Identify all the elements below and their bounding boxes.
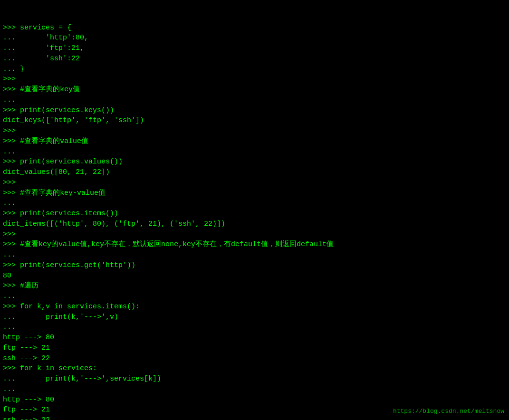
terminal-line: ... } xyxy=(3,64,506,75)
terminal-line: >>> #查看key的value值,key不存在，默认返回none,key不存在… xyxy=(3,239,506,250)
terminal-line: ... print(k,'--->',services[k]) xyxy=(3,374,506,384)
terminal-line: >>> xyxy=(3,229,506,240)
terminal-line: >>> for k in services: xyxy=(3,363,506,374)
terminal-line: ... xyxy=(3,384,506,395)
terminal-line: ... xyxy=(3,291,506,302)
terminal-line: ... xyxy=(3,95,506,105)
terminal-line: >>> #遍历 xyxy=(3,281,506,291)
terminal-line: ... xyxy=(3,322,506,333)
terminal-line: >>> xyxy=(3,74,506,85)
terminal-line: >>> print(services.get('http')) xyxy=(3,260,506,271)
terminal-line: ... xyxy=(3,250,506,260)
terminal-line: >>> #查看字典的key-value值 xyxy=(3,188,506,199)
terminal-line: 80 xyxy=(3,271,506,281)
terminal-line: >>> #查看字典的key值 xyxy=(3,85,506,95)
terminal-line: ... 'http':80, xyxy=(3,33,506,43)
terminal-window: >>> services = {... 'http':80,... 'ftp':… xyxy=(0,0,509,420)
terminal-line: ... 'ftp':21, xyxy=(3,43,506,54)
terminal-line: >>> xyxy=(3,178,506,188)
terminal-line: >>> print(services.items()) xyxy=(3,209,506,219)
terminal-line: http ---> 80 xyxy=(3,333,506,343)
terminal-line: dict_values([80, 21, 22]) xyxy=(3,167,506,178)
terminal-line: >>> xyxy=(3,126,506,136)
terminal-line: >>> print(services.values()) xyxy=(3,157,506,167)
terminal-line: ... print(k,'--->',v) xyxy=(3,312,506,323)
terminal-line: ... 'ssh':22 xyxy=(3,54,506,64)
watermark: https://blog.csdn.net/meltsnow xyxy=(393,407,504,416)
terminal-line: >>> print(services.keys()) xyxy=(3,105,506,116)
terminal-line: dict_items([('http', 80), ('ftp', 21), (… xyxy=(3,219,506,229)
terminal-line: >>> services = { xyxy=(3,23,506,33)
terminal-line: dict_keys(['http', 'ftp', 'ssh']) xyxy=(3,115,506,126)
terminal-line: ssh ---> 22 xyxy=(3,353,506,364)
terminal-line: >>> for k,v in services.items(): xyxy=(3,302,506,312)
terminal-line: >>> #查看字典的value值 xyxy=(3,136,506,147)
terminal-line: ... xyxy=(3,147,506,157)
terminal-output: >>> services = {... 'http':80,... 'ftp':… xyxy=(3,2,506,420)
terminal-line: http ---> 80 xyxy=(3,395,506,405)
terminal-line: ftp ---> 21 xyxy=(3,343,506,353)
terminal-line: ... xyxy=(3,198,506,209)
